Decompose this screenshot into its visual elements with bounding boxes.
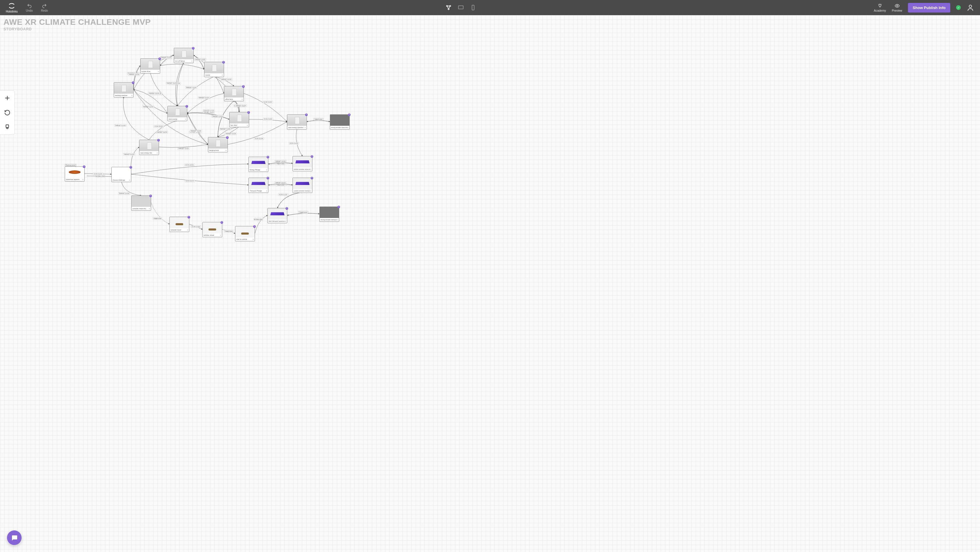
history-tool-button[interactable] xyxy=(0,105,14,120)
desktop-view-button[interactable] xyxy=(458,5,464,11)
svg-point-1 xyxy=(450,6,451,7)
node-menu-icon[interactable]: ≡ xyxy=(304,127,305,129)
storyboard-node[interactable]: wrong answer transport ≡ + xyxy=(320,207,339,222)
node-footer: toaster ≡ xyxy=(204,73,224,77)
node-add-button[interactable]: + xyxy=(221,221,223,224)
node-menu-icon[interactable]: ≡ xyxy=(222,74,223,76)
preview-button[interactable]: Preview xyxy=(892,3,902,12)
storyboard-node[interactable]: vehicles reveal ≡ + xyxy=(202,222,222,237)
storyboard-node[interactable]: best transport question ≡ + xyxy=(267,208,287,223)
storyboard-node[interactable]: choose challenge ≡ + xyxy=(111,167,131,182)
storyboard-node[interactable]: correct answer transport ≡ + xyxy=(293,178,312,193)
add-tool-button[interactable] xyxy=(0,91,14,105)
storyboard-node[interactable]: save energy ≡ + xyxy=(167,106,187,121)
node-footer: spaceman appears ≡ xyxy=(65,178,84,181)
node-label: tumble dryer xyxy=(142,71,151,72)
storyboard-node[interactable]: tumble dryer ≡ + xyxy=(140,58,160,73)
node-add-button[interactable]: + xyxy=(337,206,340,208)
node-add-button[interactable]: + xyxy=(348,113,351,116)
node-menu-icon[interactable]: ≡ xyxy=(266,169,267,171)
node-tag: Starting scene xyxy=(65,164,76,166)
node-add-button[interactable]: + xyxy=(150,195,152,197)
node-menu-icon[interactable]: ≡ xyxy=(310,190,311,192)
node-menu-icon[interactable]: ≡ xyxy=(82,178,83,181)
node-menu-icon[interactable]: ≡ xyxy=(247,124,248,126)
node-label: office lamp xyxy=(225,98,233,100)
title-area: AWE XR CLIMATE CHALLENGE MVP STORYBOARD xyxy=(3,17,151,31)
node-add-button[interactable]: + xyxy=(310,155,313,158)
node-footer: consider travel ≡ xyxy=(170,228,189,232)
page-subtitle: STORYBOARD xyxy=(3,27,151,31)
node-add-button[interactable]: + xyxy=(253,225,256,228)
chat-widget-button[interactable] xyxy=(7,530,22,545)
node-menu-icon[interactable]: ≡ xyxy=(253,239,254,240)
storyboard-node[interactable]: hair dryer ≡ + xyxy=(229,112,249,127)
node-thumbnail xyxy=(203,222,222,234)
node-menu-icon[interactable]: ≡ xyxy=(337,219,338,221)
node-add-button[interactable]: + xyxy=(242,85,245,88)
storyboard-node[interactable]: Energy Pledge ≡ + xyxy=(248,157,268,172)
node-add-button[interactable]: + xyxy=(188,216,190,218)
node-add-button[interactable]: + xyxy=(132,81,134,84)
node-menu-icon[interactable]: ≡ xyxy=(149,208,150,210)
storyboard-node[interactable]: vote for vehicle ≡ + xyxy=(235,226,255,241)
node-menu-icon[interactable]: ≡ xyxy=(285,220,286,222)
node-add-button[interactable]: + xyxy=(158,57,161,60)
node-add-button[interactable]: + xyxy=(286,207,288,210)
mobile-view-button[interactable] xyxy=(470,5,476,11)
node-add-button[interactable]: + xyxy=(267,156,269,158)
node-add-button[interactable]: + xyxy=(310,177,313,180)
node-label: hair dryer xyxy=(231,124,237,126)
user-icon[interactable] xyxy=(967,4,974,11)
storyboard-node[interactable]: save energy info ≡ + xyxy=(139,140,159,155)
storyboard-node[interactable]: hanging lamp ≡ + xyxy=(208,137,228,152)
academy-button[interactable]: Academy xyxy=(874,3,886,12)
node-add-button[interactable]: + xyxy=(247,111,250,114)
node-add-button[interactable]: + xyxy=(226,136,229,139)
storyboard-node[interactable]: wrong answer save energy ≡ + xyxy=(330,115,350,130)
brand-logo[interactable]: Hololinks xyxy=(6,2,18,13)
canvas[interactable]: ICON CLICKMODEL ENDTARGET CLICKTARGET CL… xyxy=(0,15,980,552)
storyboard-node[interactable]: correct answer save energy ≡ + xyxy=(293,156,312,171)
node-menu-icon[interactable]: ≡ xyxy=(131,94,132,97)
publish-button[interactable]: Show Publish Info xyxy=(908,3,950,13)
node-menu-icon[interactable]: ≡ xyxy=(242,98,243,100)
storyboard-node[interactable]: turn off laptop ≡ + xyxy=(174,48,194,63)
storyboard-node[interactable]: office lamp ≡ + xyxy=(224,86,244,101)
storyboard-node[interactable]: consider travel ≡ + xyxy=(169,217,189,232)
node-thumbnail xyxy=(112,167,131,178)
node-add-button[interactable]: + xyxy=(157,139,160,142)
node-add-button[interactable]: + xyxy=(83,165,86,168)
storyboard-node[interactable]: save energy question ≡ + xyxy=(287,115,307,130)
storyboard-view-button[interactable] xyxy=(445,5,452,11)
storyboard-node[interactable]: consider travel info ≡ + xyxy=(131,196,151,211)
node-add-button[interactable]: + xyxy=(186,105,188,108)
storyboard-node[interactable]: Starting scene spaceman appears ≡ + xyxy=(65,166,84,181)
node-menu-icon[interactable]: ≡ xyxy=(347,127,348,129)
node-add-button[interactable]: + xyxy=(267,177,269,180)
undo-button[interactable]: Undo xyxy=(26,3,33,12)
node-menu-icon[interactable]: ≡ xyxy=(191,60,192,62)
svg-point-0 xyxy=(447,6,448,7)
node-menu-icon[interactable]: ≡ xyxy=(157,152,158,154)
node-menu-icon[interactable]: ≡ xyxy=(266,190,267,192)
preview-label: Preview xyxy=(892,9,902,12)
redo-button[interactable]: Redo xyxy=(41,3,48,12)
node-menu-icon[interactable]: ≡ xyxy=(158,71,159,73)
node-label: consider travel xyxy=(171,229,181,231)
node-add-button[interactable]: + xyxy=(129,166,132,169)
node-menu-icon[interactable]: ≡ xyxy=(185,118,186,120)
node-add-button[interactable]: + xyxy=(305,113,308,116)
node-add-button[interactable]: + xyxy=(192,47,194,49)
node-menu-icon[interactable]: ≡ xyxy=(129,179,130,181)
storyboard-node[interactable]: toaster ≡ + xyxy=(204,62,224,77)
storyboard-node[interactable]: washing machine ≡ + xyxy=(114,82,134,97)
node-menu-icon[interactable]: ≡ xyxy=(226,150,227,151)
node-menu-icon[interactable]: ≡ xyxy=(220,234,221,236)
node-add-button[interactable]: + xyxy=(222,61,225,64)
node-menu-icon[interactable]: ≡ xyxy=(187,229,188,231)
brush-tool-button[interactable] xyxy=(0,120,14,135)
node-footer: vote for vehicle ≡ xyxy=(235,237,255,241)
storyboard-node[interactable]: Transport Pledge ≡ + xyxy=(248,178,268,193)
node-menu-icon[interactable]: ≡ xyxy=(310,169,311,170)
